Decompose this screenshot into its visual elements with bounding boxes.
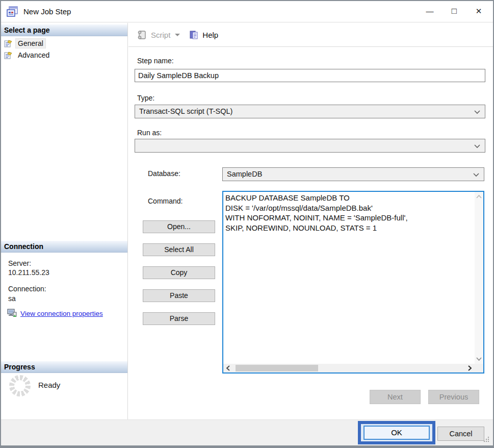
dialog-window-icon: [6, 6, 18, 18]
command-textarea[interactable]: BACKUP DATABASE SampleDB TO DISK = '/var…: [222, 191, 484, 374]
scroll-down-icon: [476, 357, 482, 361]
resize-grip[interactable]: [483, 436, 490, 443]
progress-status: Ready: [38, 381, 60, 389]
main-panel: Script Help Step name: Type: Transact-SQ…: [128, 23, 493, 419]
progress-spinner-icon: [9, 375, 31, 396]
footer-bar: OK Cancel: [1, 419, 493, 445]
database-value: SampleDB: [227, 170, 262, 178]
horizontal-scrollbar-thumb[interactable]: [236, 365, 318, 371]
open-button[interactable]: Open...: [143, 220, 215, 233]
select-all-button[interactable]: Select All: [143, 243, 215, 256]
connection-label: Connection:: [8, 285, 46, 293]
connection-value: sa: [8, 294, 16, 303]
server-value: 10.211.55.23: [8, 268, 49, 277]
connection-header: Connection: [1, 241, 127, 253]
chevron-down-icon: [474, 110, 480, 114]
chevron-down-icon: [474, 144, 480, 148]
cancel-button[interactable]: Cancel: [437, 427, 484, 441]
sidebar-item-advanced[interactable]: Advanced: [3, 49, 51, 61]
horizontal-scrollbar[interactable]: [223, 364, 475, 372]
scroll-left-icon: [226, 365, 230, 371]
script-button-label: Script: [151, 31, 170, 39]
script-dropdown-caret-icon: [175, 34, 180, 39]
close-button[interactable]: ✕: [466, 1, 491, 22]
vertical-scrollbar[interactable]: [475, 192, 483, 364]
view-connection-properties-link: View connection properties: [20, 310, 103, 317]
ok-button[interactable]: OK: [363, 426, 430, 440]
copy-button[interactable]: Copy: [143, 266, 215, 279]
chevron-down-icon: [473, 173, 479, 177]
sidebar: Select a page General Advanced Connectio…: [1, 23, 128, 419]
page-icon: [4, 40, 13, 47]
page-icon: [4, 52, 13, 59]
server-label: Server:: [8, 259, 31, 267]
select-a-page-header: Select a page: [1, 24, 127, 36]
scrollbar-corner: [475, 364, 483, 372]
help-icon: [189, 30, 199, 40]
parse-button[interactable]: Parse: [143, 312, 215, 325]
title-bar: New Job Step — □ ✕: [1, 1, 493, 22]
run-as-dropdown[interactable]: [135, 139, 485, 153]
command-text: BACKUP DATABASE SampleDB TO DISK = '/var…: [225, 193, 474, 363]
view-connection-properties[interactable]: View connection properties: [7, 309, 103, 318]
help-button-label: Help: [202, 31, 218, 39]
script-icon: [137, 30, 147, 40]
database-dropdown[interactable]: SampleDB: [222, 167, 484, 181]
sidebar-item-label: General: [16, 39, 45, 48]
progress-header: Progress: [1, 361, 127, 373]
scroll-up-icon: [476, 195, 482, 198]
step-name-input[interactable]: [135, 69, 485, 82]
sidebar-item-general[interactable]: General: [3, 38, 45, 49]
scroll-right-icon: [468, 365, 472, 371]
step-name-label: Step name:: [137, 57, 174, 65]
paste-button[interactable]: Paste: [143, 289, 215, 302]
previous-button[interactable]: Previous: [428, 390, 479, 404]
toolbar: Script Help: [128, 23, 493, 47]
next-button[interactable]: Next: [370, 390, 421, 404]
connection-properties-icon: [7, 309, 17, 318]
database-label: Database:: [148, 169, 180, 178]
minimize-button[interactable]: —: [418, 1, 442, 22]
window-title: New Job Step: [23, 1, 71, 22]
ok-highlight-annotation: OK: [358, 421, 435, 444]
type-dropdown[interactable]: Transact-SQL script (T-SQL): [135, 105, 485, 118]
new-job-step-dialog: New Job Step — □ ✕ Select a page General: [0, 0, 494, 448]
help-button[interactable]: Help: [189, 30, 218, 40]
type-value: Transact-SQL script (T-SQL): [139, 107, 232, 115]
type-label: Type:: [137, 94, 154, 102]
command-label: Command:: [148, 197, 183, 205]
script-button[interactable]: Script: [137, 30, 182, 40]
run-as-label: Run as:: [137, 129, 162, 137]
sidebar-item-label: Advanced: [16, 51, 51, 60]
window-controls: — □ ✕: [418, 1, 491, 22]
maximize-button[interactable]: □: [442, 1, 466, 22]
